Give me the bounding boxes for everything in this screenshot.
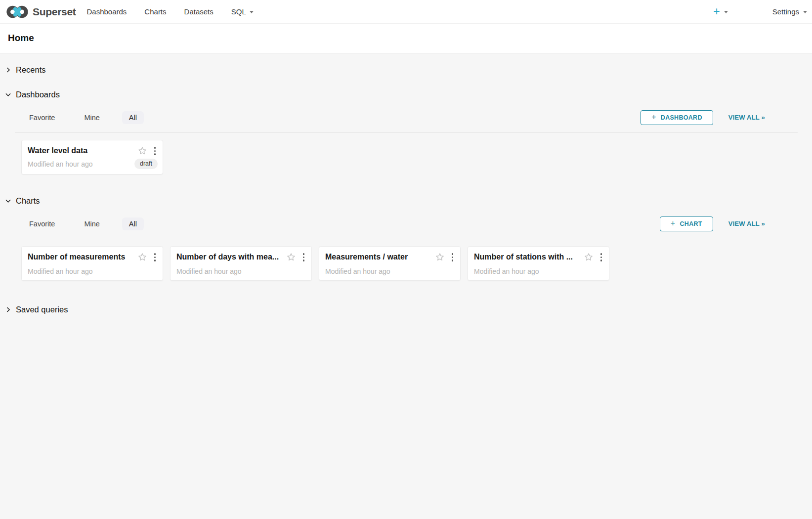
section-saved-queries: Saved queries bbox=[0, 281, 812, 314]
kebab-menu-icon[interactable] bbox=[301, 252, 307, 262]
nav-dashboards[interactable]: Dashboards bbox=[86, 7, 127, 16]
card-modified: Modified an hour ago bbox=[474, 267, 539, 275]
dashboards-tab-mine[interactable]: Mine bbox=[77, 111, 106, 124]
chart-card[interactable]: Number of measurements Modified an hour … bbox=[21, 246, 163, 281]
dashboards-tab-favorite[interactable]: Favorite bbox=[22, 111, 62, 124]
favorite-star-icon[interactable] bbox=[584, 252, 594, 262]
new-dashboard-button[interactable]: + DASHBOARD bbox=[641, 110, 713, 125]
chevron-right-icon bbox=[5, 306, 11, 313]
kebab-menu-icon[interactable] bbox=[152, 146, 158, 156]
dashboards-submenu: Favorite Mine All + DASHBOARD VIEW ALL » bbox=[0, 110, 812, 125]
divider bbox=[15, 132, 798, 133]
charts-tab-all[interactable]: All bbox=[122, 217, 144, 230]
favorite-star-icon[interactable] bbox=[286, 252, 296, 262]
plus-icon: + bbox=[713, 6, 720, 17]
favorite-star-icon[interactable] bbox=[435, 252, 445, 262]
favorite-star-icon[interactable] bbox=[137, 146, 147, 156]
card-modified: Modified an hour ago bbox=[176, 267, 242, 275]
chevron-down-icon bbox=[5, 91, 11, 98]
divider bbox=[15, 239, 798, 239]
new-chart-button[interactable]: + CHART bbox=[660, 216, 713, 231]
card-title[interactable]: Number of measurements bbox=[28, 253, 133, 261]
card-modified: Modified an hour ago bbox=[28, 160, 93, 168]
kebab-menu-icon[interactable] bbox=[450, 252, 456, 262]
saved-queries-title: Saved queries bbox=[16, 305, 68, 314]
charts-submenu: Favorite Mine All + CHART VIEW ALL » bbox=[0, 216, 812, 231]
section-charts: Charts Favorite Mine All + CHART VIEW AL… bbox=[0, 174, 812, 281]
chevron-right-icon bbox=[5, 67, 11, 73]
saved-queries-toggle[interactable]: Saved queries bbox=[0, 305, 68, 314]
card-title[interactable]: Number of days with mea... bbox=[176, 253, 282, 261]
chevron-down-icon bbox=[803, 11, 807, 13]
kebab-menu-icon[interactable] bbox=[152, 252, 158, 262]
chevron-down-icon bbox=[5, 198, 11, 204]
dashboard-card[interactable]: Water level data Modified an hour ago dr… bbox=[21, 140, 163, 174]
card-actions bbox=[286, 252, 307, 262]
card-actions bbox=[584, 252, 604, 262]
charts-tab-favorite[interactable]: Favorite bbox=[22, 217, 62, 230]
settings-menu[interactable]: Settings bbox=[772, 7, 807, 16]
card-title[interactable]: Number of stations with ... bbox=[474, 253, 580, 261]
chevron-down-icon bbox=[250, 11, 254, 13]
dashboards-title: Dashboards bbox=[16, 90, 60, 99]
new-chart-label: CHART bbox=[680, 220, 702, 227]
chart-card[interactable]: Number of days with mea... Modified an h… bbox=[170, 246, 312, 281]
nav-datasets[interactable]: Datasets bbox=[184, 7, 214, 16]
dashboards-toggle[interactable]: Dashboards bbox=[0, 90, 60, 99]
charts-actions: + CHART VIEW ALL » bbox=[660, 216, 812, 231]
card-modified: Modified an hour ago bbox=[325, 267, 390, 275]
charts-tab-mine[interactable]: Mine bbox=[77, 217, 106, 230]
chart-card[interactable]: Measurements / water Modified an hour ag… bbox=[319, 246, 461, 281]
recents-title: Recents bbox=[16, 65, 46, 75]
page-title: Home bbox=[8, 33, 804, 43]
dashboards-card-row: Water level data Modified an hour ago dr… bbox=[21, 140, 812, 174]
dashboards-view-all-link[interactable]: VIEW ALL » bbox=[728, 114, 765, 121]
new-item-menu[interactable]: + bbox=[713, 6, 727, 17]
new-dashboard-label: DASHBOARD bbox=[661, 114, 702, 121]
card-title[interactable]: Water level data bbox=[28, 146, 133, 155]
nav-sql-menu[interactable]: SQL bbox=[231, 7, 254, 16]
dashboards-tabs: Favorite Mine All bbox=[22, 111, 144, 124]
chart-card[interactable]: Number of stations with ... Modified an … bbox=[468, 246, 609, 281]
superset-logo[interactable]: Superset bbox=[6, 4, 76, 19]
section-dashboards: Dashboards Favorite Mine All + DASHBOARD… bbox=[0, 75, 812, 174]
plus-icon: + bbox=[671, 219, 676, 228]
settings-label: Settings bbox=[772, 7, 799, 16]
main-nav: Dashboards Charts Datasets SQL bbox=[86, 7, 253, 16]
section-recents: Recents bbox=[0, 54, 812, 75]
recents-toggle[interactable]: Recents bbox=[0, 65, 46, 75]
favorite-star-icon[interactable] bbox=[137, 252, 147, 262]
dashboards-actions: + DASHBOARD VIEW ALL » bbox=[641, 110, 812, 125]
card-modified: Modified an hour ago bbox=[28, 267, 93, 275]
charts-tabs: Favorite Mine All bbox=[22, 217, 144, 230]
nav-charts[interactable]: Charts bbox=[144, 7, 166, 16]
card-title[interactable]: Measurements / water bbox=[325, 253, 431, 261]
dashboards-tab-all[interactable]: All bbox=[122, 111, 144, 124]
card-actions bbox=[435, 252, 456, 262]
charts-toggle[interactable]: Charts bbox=[0, 196, 40, 206]
nav-sql-label: SQL bbox=[231, 7, 246, 16]
charts-card-row: Number of measurements Modified an hour … bbox=[21, 246, 812, 281]
plus-icon: + bbox=[651, 113, 656, 122]
card-actions bbox=[137, 252, 158, 262]
status-badge: draft bbox=[134, 159, 158, 169]
home-content: Recents Dashboards Favorite Mine All + D… bbox=[0, 54, 812, 519]
card-actions bbox=[137, 146, 158, 156]
charts-view-all-link[interactable]: VIEW ALL » bbox=[728, 220, 765, 227]
brand-name: Superset bbox=[33, 6, 76, 18]
charts-title: Charts bbox=[16, 196, 40, 206]
chevron-down-icon bbox=[724, 11, 728, 13]
navbar-right: + Settings bbox=[713, 6, 808, 17]
kebab-menu-icon[interactable] bbox=[598, 252, 604, 262]
page-titlebar: Home bbox=[0, 24, 812, 54]
superset-infinity-logo-icon bbox=[6, 4, 29, 19]
top-navbar: Superset Dashboards Charts Datasets SQL … bbox=[0, 0, 812, 24]
